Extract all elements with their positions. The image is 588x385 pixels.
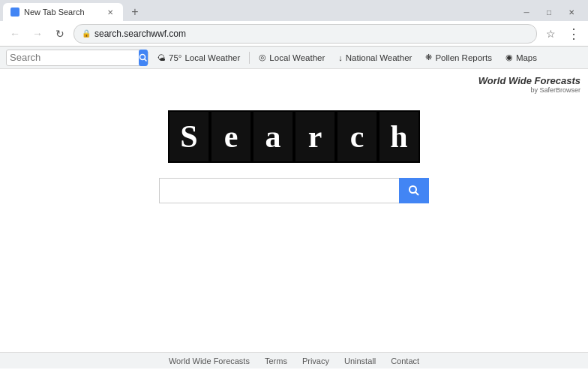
- branding-area: World Wide Forecasts by SaferBrowser: [478, 75, 580, 94]
- url-text: search.searchwwf.com: [94, 29, 529, 39]
- bookmark-label: 75°: [169, 53, 182, 62]
- page-content: World Wide Forecasts by SaferBrowser Sea…: [0, 69, 588, 368]
- search-logo: Search: [168, 110, 420, 163]
- weather-icon: 🌤: [158, 53, 166, 62]
- logo-letter: r: [308, 119, 322, 155]
- bookmark-label-2: Local Weather: [269, 53, 325, 62]
- menu-button[interactable]: ⋮: [564, 25, 582, 43]
- brand-main-text: World Wide Forecasts: [478, 75, 580, 86]
- main-search-input[interactable]: [159, 178, 399, 203]
- back-button[interactable]: ←: [6, 25, 24, 43]
- bookmark-local-weather-2[interactable]: ◎ Local Weather: [253, 50, 331, 65]
- forward-button[interactable]: →: [28, 25, 46, 43]
- logo-tile: a: [252, 110, 294, 163]
- footer-link-privacy[interactable]: Privacy: [302, 356, 329, 365]
- logo-tile: h: [378, 110, 420, 163]
- url-bar[interactable]: 🔒 search.searchwwf.com: [74, 24, 537, 44]
- maximize-button[interactable]: □: [538, 5, 560, 19]
- brand-sub-text: by SaferBrowser: [478, 86, 580, 94]
- bookmark-maps[interactable]: ◉ Maps: [500, 50, 543, 65]
- maps-icon: ◉: [506, 53, 513, 62]
- national-weather-icon: ↓: [338, 53, 343, 62]
- svg-point-2: [410, 186, 416, 193]
- bookmark-national-weather[interactable]: ↓ National Weather: [332, 50, 418, 65]
- tab-title: New Tab Search: [24, 8, 100, 17]
- footer-link-world-wide-forecasts[interactable]: World Wide Forecasts: [169, 356, 250, 365]
- minimize-button[interactable]: ─: [516, 5, 537, 19]
- omnibox-search-button[interactable]: [139, 50, 148, 66]
- tab-close-button[interactable]: ✕: [105, 7, 116, 17]
- address-bar: ← → ↻ 🔒 search.searchwwf.com ☆ ⋮: [0, 21, 588, 47]
- footer-link-terms[interactable]: Terms: [265, 356, 287, 365]
- svg-line-3: [416, 192, 418, 195]
- bookmark-separator: [148, 52, 148, 64]
- title-bar: New Tab Search ✕ + ─ □ ✕: [0, 0, 588, 21]
- svg-line-1: [145, 59, 147, 61]
- logo-letter: a: [266, 119, 281, 155]
- logo-tile: r: [294, 110, 336, 163]
- svg-point-0: [140, 54, 146, 59]
- bookmark-label-3: National Weather: [346, 53, 412, 62]
- bookmark-bar: 🌤 75° Local Weather ◎ Local Weather ↓ Na…: [0, 47, 588, 69]
- main-search-container: [159, 178, 429, 203]
- new-tab-button[interactable]: +: [126, 3, 144, 21]
- omnibox-container: [6, 50, 145, 66]
- logo-tile: S: [168, 110, 210, 163]
- window-controls: ─ □ ✕: [516, 5, 585, 19]
- logo-tile: c: [336, 110, 378, 163]
- lock-icon: 🔒: [82, 29, 91, 38]
- bookmark-label-text: Local Weather: [184, 53, 240, 62]
- footer-link-contact[interactable]: Contact: [391, 356, 419, 365]
- active-tab[interactable]: New Tab Search ✕: [3, 3, 123, 21]
- omnibox-search-icon: [139, 53, 148, 62]
- footer-link-uninstall[interactable]: Uninstall: [344, 356, 376, 365]
- local-weather-icon: ◎: [259, 53, 266, 62]
- close-button[interactable]: ✕: [561, 5, 582, 19]
- bookmark-local-weather[interactable]: 🌤 75° Local Weather: [152, 50, 246, 65]
- bookmark-star-button[interactable]: ☆: [542, 25, 560, 43]
- logo-tile: e: [210, 110, 252, 163]
- page-footer: World Wide ForecastsTermsPrivacyUninstal…: [0, 352, 588, 368]
- pollen-icon: ❋: [425, 53, 432, 62]
- refresh-button[interactable]: ↻: [51, 25, 69, 43]
- main-search-button[interactable]: [399, 178, 429, 203]
- bookmark-label-5: Maps: [516, 53, 537, 62]
- tab-favicon: [10, 8, 20, 17]
- logo-letter: h: [390, 119, 407, 155]
- logo-letter: c: [350, 119, 364, 155]
- bookmark-label-4: Pollen Reports: [435, 53, 491, 62]
- bookmark-pollen[interactable]: ❋ Pollen Reports: [419, 50, 497, 65]
- omnibox-input[interactable]: [10, 52, 136, 63]
- logo-letter: e: [224, 119, 238, 155]
- bookmark-separator-2: [249, 52, 250, 64]
- logo-letter: S: [180, 119, 197, 155]
- main-search-icon: [408, 185, 420, 197]
